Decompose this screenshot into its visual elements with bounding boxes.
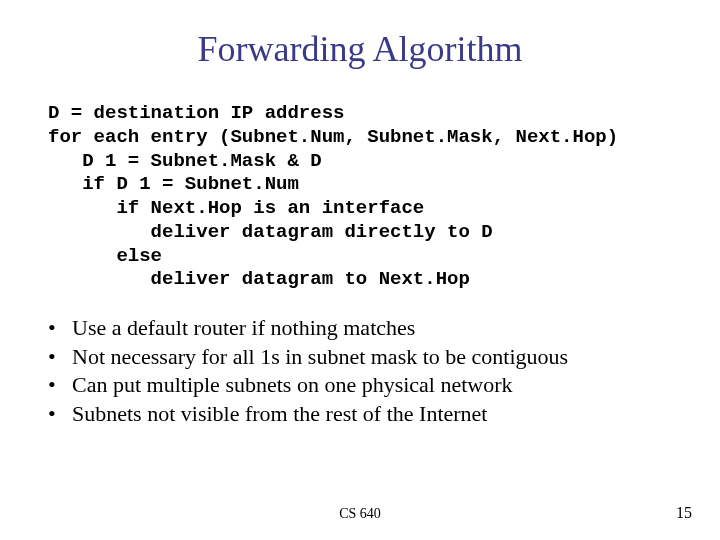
footer-course: CS 640 [0,506,720,522]
bullet-list: • Use a default router if nothing matche… [48,314,720,428]
code-line: else [48,245,162,267]
bullet-icon: • [48,343,72,372]
code-line: if Next.Hop is an interface [48,197,424,219]
list-item: • Can put multiple subnets on one physic… [48,371,720,400]
bullet-text: Use a default router if nothing matches [72,314,415,343]
code-line: D 1 = Subnet.Mask & D [48,150,322,172]
code-line: if D 1 = Subnet.Num [48,173,299,195]
footer-page-number: 15 [676,504,692,522]
algorithm-code: D = destination IP address for each entr… [48,102,720,292]
slide: Forwarding Algorithm D = destination IP … [0,0,720,540]
slide-title: Forwarding Algorithm [0,0,720,70]
bullet-icon: • [48,400,72,429]
code-line: deliver datagram directly to D [48,221,493,243]
list-item: • Not necessary for all 1s in subnet mas… [48,343,720,372]
code-line: for each entry (Subnet.Num, Subnet.Mask,… [48,126,618,148]
bullet-icon: • [48,314,72,343]
bullet-text: Not necessary for all 1s in subnet mask … [72,343,568,372]
code-line: D = destination IP address [48,102,344,124]
list-item: • Use a default router if nothing matche… [48,314,720,343]
bullet-text: Can put multiple subnets on one physical… [72,371,513,400]
code-line: deliver datagram to Next.Hop [48,268,470,290]
bullet-icon: • [48,371,72,400]
bullet-text: Subnets not visible from the rest of the… [72,400,487,429]
list-item: • Subnets not visible from the rest of t… [48,400,720,429]
